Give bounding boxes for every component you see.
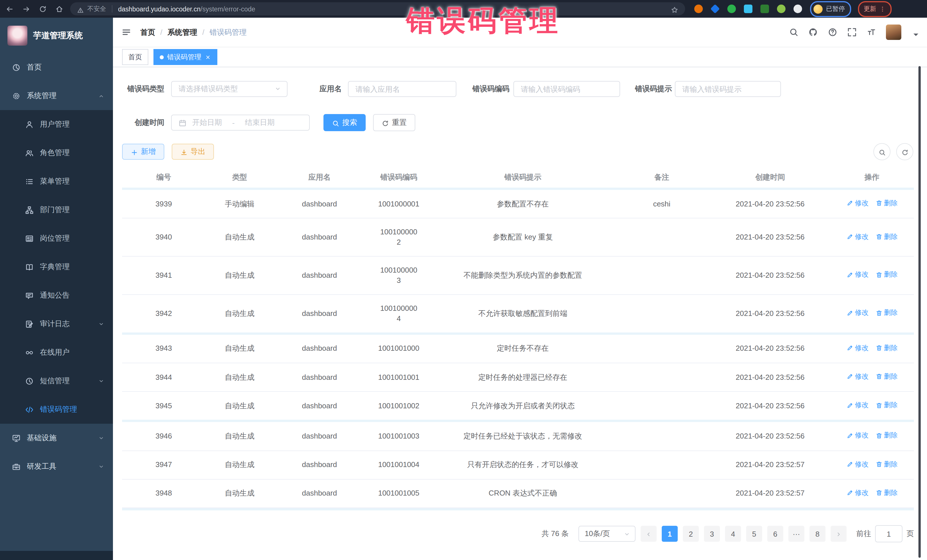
sidebar-item[interactable]: 审计日志 [0, 310, 113, 338]
avatar-caret-icon[interactable] [911, 29, 917, 35]
sidebar-item[interactable]: 短信管理 [0, 367, 113, 395]
table-row[interactable]: 3945自动生成dashboard1001001002只允许修改为开启或者关闭状… [122, 392, 914, 421]
browser-update-button[interactable]: 更新 [858, 1, 892, 17]
reload-button[interactable] [39, 4, 47, 13]
github-icon[interactable] [808, 27, 818, 37]
edit-link[interactable]: 修改 [846, 400, 869, 410]
goto-page-input[interactable] [875, 525, 903, 542]
column-header[interactable]: 应用名 [274, 167, 365, 189]
delete-link[interactable]: 删除 [875, 431, 898, 440]
page-scrollbar[interactable] [918, 66, 921, 558]
delete-link[interactable]: 删除 [875, 308, 898, 318]
forward-button[interactable] [22, 4, 30, 13]
delete-link[interactable]: 删除 [875, 400, 898, 410]
prev-page-button[interactable] [641, 526, 656, 542]
edit-link[interactable]: 修改 [846, 270, 869, 279]
extension-icon-blue-gem[interactable] [710, 4, 720, 14]
sidebar-item[interactable]: 基础设施 [0, 424, 113, 452]
page-button[interactable]: 8 [810, 526, 825, 542]
page-button[interactable]: 6 [767, 526, 783, 542]
sidebar-collapse-bar[interactable] [0, 551, 113, 560]
column-header[interactable]: 错误码编码 [365, 167, 432, 189]
table-row[interactable]: 3943自动生成dashboard1001001000定时任务不存在2021-0… [122, 334, 914, 363]
delete-link[interactable]: 删除 [875, 199, 898, 208]
fullscreen-icon[interactable] [847, 27, 857, 37]
table-row[interactable]: 3941自动生成dashboard100100000 3不能删除类型为系统内置的… [122, 256, 914, 294]
sidebar-item[interactable]: 角色管理 [0, 138, 113, 167]
sidebar-item[interactable]: 菜单管理 [0, 167, 113, 196]
column-header[interactable]: 类型 [205, 167, 274, 189]
sidebar-item[interactable]: 字典管理 [0, 253, 113, 281]
sidebar-logo[interactable]: 芋道管理系统 [0, 18, 113, 53]
table-row[interactable]: 3946自动生成dashboard1001001003定时任务已经处于该状态，无… [122, 421, 914, 451]
sidebar-item[interactable]: 在线用户 [0, 338, 113, 367]
breadcrumb-item[interactable]: 首页 [140, 27, 155, 37]
filter-input[interactable] [348, 81, 456, 97]
export-button[interactable]: 导出 [172, 144, 214, 160]
extension-icon-dark-on[interactable] [760, 5, 769, 13]
user-avatar[interactable] [886, 24, 901, 40]
browser-profile-button[interactable]: 已暂停 [810, 1, 851, 17]
edit-link[interactable]: 修改 [846, 308, 869, 318]
page-button[interactable]: 4 [725, 526, 741, 542]
extension-icon-cyan-grid[interactable] [744, 5, 752, 13]
column-header[interactable]: 操作 [830, 167, 914, 189]
table-row[interactable]: 3939手动编辑dashboard1001000001参数配置不存在ceshi2… [122, 189, 914, 218]
extension-icon-lime[interactable] [777, 5, 786, 13]
page-button[interactable]: 2 [683, 526, 699, 542]
font-size-icon[interactable] [866, 27, 876, 37]
delete-link[interactable]: 删除 [875, 270, 898, 279]
home-button[interactable] [55, 4, 63, 13]
filter-input[interactable] [514, 81, 620, 97]
sidebar-item[interactable]: 系统管理 [0, 82, 113, 110]
delete-link[interactable]: 删除 [875, 343, 898, 353]
column-header[interactable]: 编号 [122, 167, 205, 189]
date-end-placeholder[interactable]: 结束日期 [245, 117, 275, 128]
edit-link[interactable]: 修改 [846, 488, 869, 498]
page-size-select[interactable]: 10条/页 [579, 526, 635, 542]
page-button[interactable]: 1 [662, 526, 678, 542]
add-button[interactable]: 新增 [122, 144, 164, 160]
header-search-icon[interactable] [789, 27, 799, 37]
bookmark-star-icon[interactable] [671, 5, 678, 12]
page-button[interactable]: 5 [746, 526, 762, 542]
page-ellipsis[interactable]: ··· [789, 526, 804, 542]
reset-button[interactable]: 重置 [373, 114, 415, 131]
table-row[interactable]: 3948自动生成dashboard1001001005CRON 表达式不正确20… [122, 479, 914, 508]
column-header[interactable]: 创建时间 [710, 167, 830, 189]
edit-link[interactable]: 修改 [846, 459, 869, 469]
toggle-search-button[interactable] [873, 143, 891, 160]
refresh-table-button[interactable] [896, 143, 913, 160]
sidebar-item[interactable]: 研发工具 [0, 452, 113, 481]
table-row[interactable]: 3940自动生成dashboard100100000 2参数配置 key 重复2… [122, 218, 914, 256]
browser-menu-icon[interactable] [879, 5, 886, 12]
delete-link[interactable]: 删除 [875, 459, 898, 469]
sidebar-item[interactable]: 用户管理 [0, 110, 113, 138]
date-range-picker[interactable]: 开始日期 - 结束日期 [171, 115, 310, 131]
sidebar-item[interactable]: 部门管理 [0, 196, 113, 224]
next-page-button[interactable] [831, 526, 846, 542]
delete-link[interactable]: 删除 [875, 232, 898, 241]
delete-link[interactable]: 删除 [875, 488, 898, 498]
tab-active[interactable]: 错误码管理 [153, 49, 217, 65]
table-row[interactable]: 3944自动生成dashboard1001001001定时任务的处理器已经存在2… [122, 363, 914, 392]
edit-link[interactable]: 修改 [846, 232, 869, 241]
breadcrumb-item[interactable]: 系统管理 [167, 27, 197, 37]
edit-link[interactable]: 修改 [846, 199, 869, 208]
table-row[interactable]: 3942自动生成dashboard100100000 4不允许获取敏感配置到前端… [122, 294, 914, 334]
edit-link[interactable]: 修改 [846, 343, 869, 353]
edit-link[interactable]: 修改 [846, 372, 869, 381]
column-header[interactable]: 备注 [613, 167, 710, 189]
page-button[interactable]: 3 [704, 526, 720, 542]
column-header[interactable]: 错误码提示 [432, 167, 613, 189]
table-row[interactable]: 3947自动生成dashboard1001001004只有开启状态的任务，才可以… [122, 451, 914, 479]
date-start-placeholder[interactable]: 开始日期 [192, 117, 222, 128]
sidebar-item[interactable]: 错误码管理 [0, 395, 113, 424]
extension-icon-orange[interactable] [694, 5, 703, 13]
sidebar-item[interactable]: 岗位管理 [0, 224, 113, 253]
sidebar-item[interactable]: 首页 [0, 53, 113, 82]
tab-item[interactable]: 首页 [122, 49, 148, 65]
sidebar-item[interactable]: 通知公告 [0, 281, 113, 310]
filter-input[interactable] [675, 81, 781, 97]
search-button[interactable]: 搜索 [324, 114, 366, 131]
